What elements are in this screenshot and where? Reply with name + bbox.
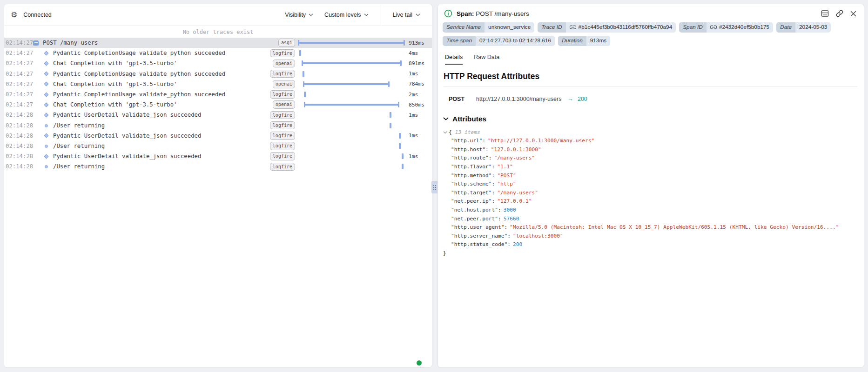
trace-row[interactable]: 02:14:28 /User returning logfire	[4, 141, 432, 151]
tag-chip: logfire	[270, 111, 295, 120]
event-tick-bar	[399, 133, 401, 139]
badge-date: Date 2024-05-03	[776, 22, 831, 33]
row-timestamp: 02:14:28	[4, 112, 33, 118]
badge-time-span: Time span 02:14:27.703 to 02:14:28.616	[443, 36, 555, 46]
split-view-button[interactable]	[821, 10, 829, 17]
http-method: POST	[449, 96, 469, 102]
trace-row[interactable]: 02:14:27 POST /many-users asgi 913ms	[4, 38, 432, 48]
trace-row[interactable]: 02:14:27 Chat Completion with 'gpt-3.5-t…	[4, 79, 432, 89]
badge-service-name: Service Name unknown_service	[443, 22, 534, 33]
event-tick-bar	[390, 123, 391, 128]
span-name: Pydantic UserDetail validate_json succee…	[53, 153, 270, 159]
duration-timeline	[298, 141, 406, 151]
trace-row[interactable]: 02:14:27 Pydantic CompletionUsage valida…	[4, 69, 432, 79]
trace-row[interactable]: 02:14:28 Pydantic UserDetail validate_js…	[4, 110, 432, 120]
live-tail-dropdown[interactable]: Live tail	[381, 4, 432, 26]
copy-link-button[interactable]	[836, 10, 843, 17]
collapse-span-icon[interactable]	[33, 40, 39, 46]
json-attribute: "http.url":"http://127.0.0.1:3000/many-u…	[451, 137, 857, 146]
tab-raw-data[interactable]: Raw Data	[474, 54, 499, 65]
badge-label: Duration	[558, 36, 586, 46]
event-tick-bar	[402, 153, 404, 159]
json-string-value: "127.0.0.1:3000"	[491, 146, 541, 153]
duration-timeline	[298, 120, 406, 131]
duration-timeline	[298, 89, 406, 100]
trace-row[interactable]: 02:14:27 Pydantic CompletionUsage valida…	[4, 48, 432, 58]
duration-label: 4ms	[406, 50, 432, 56]
duration-label: 891ms	[406, 60, 432, 66]
json-attribute: "http.host":"127.0.0.1:3000"	[451, 146, 857, 154]
row-timestamp: 02:14:27	[4, 71, 33, 77]
json-number-value: 3000	[504, 207, 516, 213]
trace-row[interactable]: 02:14:28 /User returning logfire	[4, 161, 432, 172]
visibility-label: Visibility	[285, 12, 306, 18]
badge-value: unknown_service	[484, 22, 534, 33]
panel-resize-handle[interactable]	[431, 181, 438, 193]
info-icon	[444, 9, 452, 18]
tag-chip: openai	[273, 80, 295, 88]
chevron-down-icon	[416, 13, 420, 16]
tag-chip: openai	[273, 60, 295, 68]
http-status-code: 200	[578, 96, 587, 102]
link-icon[interactable]	[570, 25, 576, 30]
settings-gear-icon[interactable]: ⚙	[11, 11, 17, 19]
json-attribute: "http.scheme":"http"	[451, 180, 857, 189]
tag-chip: logfire	[270, 90, 295, 99]
visibility-dropdown[interactable]: Visibility	[285, 12, 313, 18]
badge-trace-id: Trace ID #b1c445ef3b0b43116df5760ffb470a…	[538, 22, 676, 33]
close-button[interactable]	[850, 11, 856, 17]
tag-chip: openai	[273, 100, 295, 109]
row-timestamp: 02:14:27	[4, 91, 33, 98]
badge-duration: Duration 913ms	[558, 36, 610, 46]
live-indicator-dot	[417, 360, 422, 365]
badge-label: Span ID	[679, 22, 707, 33]
link-icon[interactable]	[710, 25, 717, 30]
tag-chip: logfire	[270, 70, 295, 78]
custom-levels-dropdown[interactable]: Custom levels	[324, 12, 369, 18]
tab-details[interactable]: Details	[445, 54, 463, 65]
span-name: /User returning	[53, 143, 270, 149]
duration-label: 1ms	[406, 133, 432, 139]
badge-label: Time span	[443, 36, 476, 46]
event-tick-bar	[402, 164, 404, 169]
span-name: /User returning	[53, 163, 270, 170]
duration-timeline	[298, 38, 406, 48]
http-request-line: POST http://127.0.0.1:3000/many-users → …	[438, 87, 864, 102]
duration-timeline	[298, 110, 406, 120]
chevron-down-icon	[364, 13, 369, 16]
json-number-value: 200	[513, 241, 522, 247]
json-string-value: "1.1"	[497, 164, 513, 170]
trace-row[interactable]: 02:14:27 Chat Completion with 'gpt-3.5-t…	[4, 58, 432, 68]
connection-status: Connected	[23, 12, 51, 18]
row-timestamp: 02:14:27	[4, 50, 33, 56]
badge-span-id: Span ID #2432d40ef5b0b175	[679, 22, 773, 33]
event-tick-bar	[399, 143, 401, 149]
trace-row[interactable]: 02:14:28 Pydantic UserDetail validate_js…	[4, 151, 432, 161]
trace-row[interactable]: 02:14:28 Pydantic UserDetail validate_js…	[4, 131, 432, 141]
trace-rows: 02:14:27 POST /many-users asgi 913ms 02:…	[4, 38, 432, 172]
json-attribute: "http.method":"POST"	[451, 172, 857, 180]
no-older-traces-notice: No older traces exist	[4, 26, 432, 38]
json-string-value: "127.0.0.1"	[497, 198, 532, 204]
diamond-icon	[43, 133, 49, 139]
row-timestamp: 02:14:27	[4, 60, 33, 66]
json-entries: "http.url":"http://127.0.0.1:3000/many-u…	[443, 137, 857, 249]
json-string-value: "http://127.0.0.1:3000/many-users"	[488, 138, 594, 144]
badge-label: Trace ID	[538, 22, 565, 33]
span-kind-label: Span:	[457, 10, 474, 17]
row-timestamp: 02:14:27	[4, 40, 33, 46]
trace-row[interactable]: 02:14:28 /User returning logfire	[4, 120, 432, 131]
span-detail-header: Span: POST /many-users	[438, 4, 864, 21]
trace-row[interactable]: 02:14:27 Pydantic CompletionUsage valida…	[4, 89, 432, 100]
attributes-json-viewer: {13 items "http.url":"http://127.0.0.1:3…	[438, 123, 864, 258]
badge-label: Date	[776, 22, 795, 33]
badge-label: Service Name	[443, 22, 484, 33]
duration-timeline	[298, 100, 406, 110]
attributes-section-toggle[interactable]: Attributes	[438, 102, 864, 123]
json-collapse-caret[interactable]	[443, 129, 449, 135]
json-string-value: "POST"	[497, 173, 516, 179]
diamond-icon	[43, 50, 49, 56]
tag-chip: logfire	[270, 142, 295, 150]
duration-label: 1ms	[406, 71, 432, 77]
trace-row[interactable]: 02:14:27 Chat Completion with 'gpt-3.5-t…	[4, 100, 432, 110]
